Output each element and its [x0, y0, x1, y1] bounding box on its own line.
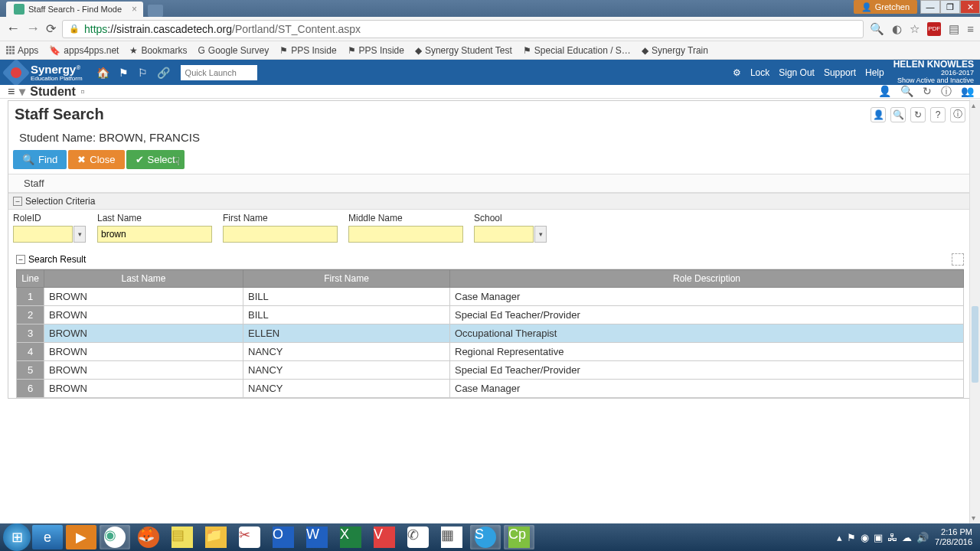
- help-icon[interactable]: ?: [930, 107, 946, 122]
- bookmark-item[interactable]: ⚑ Special Education / S…: [523, 45, 631, 56]
- middlename-input[interactable]: [348, 226, 463, 243]
- breadcrumb-more-icon[interactable]: ▫: [80, 85, 85, 99]
- scroll-thumb[interactable]: [972, 306, 978, 383]
- taskbar-chrome-icon[interactable]: ◉: [100, 525, 130, 549]
- result-section-header[interactable]: – Search Result: [16, 250, 964, 269]
- menu-toggle-icon[interactable]: ≡: [8, 85, 15, 99]
- table-row[interactable]: 3BROWNELLENOccupational Therapist: [17, 324, 964, 343]
- bookmark-item[interactable]: ⚑ PPS Inside: [279, 45, 336, 56]
- taskbar-mediaplayer-icon[interactable]: ▶: [66, 525, 96, 549]
- table-row[interactable]: 4BROWNNANCYRegional Representative: [17, 343, 964, 361]
- extension-icon[interactable]: ▤: [949, 22, 959, 36]
- tray-volume-icon[interactable]: 🔊: [916, 532, 929, 543]
- tray-network-icon[interactable]: 🖧: [887, 532, 897, 543]
- table-row[interactable]: 2BROWNBILLSpecial Ed Teacher/Provider: [17, 306, 964, 324]
- search-icon[interactable]: 🔍: [900, 85, 913, 99]
- signout-link[interactable]: Sign Out: [779, 67, 815, 78]
- info-icon[interactable]: ⓘ: [950, 107, 965, 122]
- tab-staff[interactable]: Staff: [24, 178, 44, 189]
- bookmark-item[interactable]: 🔖 apps4pps.net: [49, 45, 119, 56]
- refresh-icon[interactable]: ↻: [923, 85, 932, 99]
- taskbar-vivaldi-icon[interactable]: V: [369, 525, 400, 549]
- user-icon[interactable]: 👥: [961, 85, 974, 99]
- taskbar-outlook-icon[interactable]: O: [268, 525, 299, 549]
- chevron-down-icon[interactable]: ▾: [19, 85, 25, 99]
- window-close-button[interactable]: ✕: [960, 0, 980, 14]
- taskbar-calc-icon[interactable]: ▦: [436, 525, 467, 549]
- translate-icon[interactable]: ◐: [892, 22, 902, 36]
- address-bar[interactable]: 🔒 https://sistrain.cascadetech.org/Portl…: [62, 20, 864, 38]
- pin-icon[interactable]: ⚐: [138, 67, 148, 79]
- taskbar-explorer-icon[interactable]: 📁: [201, 525, 231, 549]
- roleid-combo[interactable]: ▾: [13, 226, 73, 243]
- window-minimize-button[interactable]: —: [920, 0, 940, 14]
- taskbar-captivate-icon[interactable]: Cp: [504, 525, 534, 549]
- select-button[interactable]: ✔Select ☟: [126, 150, 185, 169]
- tray-shield-icon[interactable]: ◉: [861, 532, 869, 543]
- criteria-section-header[interactable]: – Selection Criteria: [8, 193, 972, 210]
- window-maximize-button[interactable]: ❐: [940, 0, 960, 14]
- table-row[interactable]: 1BROWNBILLCase Manager: [17, 288, 964, 306]
- tray-flag-icon[interactable]: ⚑: [847, 532, 856, 543]
- taskbar-word-icon[interactable]: W: [302, 525, 332, 549]
- home-icon[interactable]: 🏠: [96, 67, 109, 79]
- col-lastname[interactable]: Last Name: [44, 270, 243, 288]
- taskbar-ie-icon[interactable]: e: [32, 525, 63, 549]
- close-button[interactable]: ✖Close: [68, 150, 124, 169]
- bookmark-item[interactable]: ⚑ PPS Inside: [348, 45, 404, 56]
- table-row[interactable]: 6BROWNNANCYCase Manager: [17, 380, 964, 398]
- bookmark-item[interactable]: ◆ Synergy Student Test: [415, 45, 512, 56]
- apps-shortcut[interactable]: Apps: [6, 45, 38, 56]
- bookmark-item[interactable]: G Google Survey: [198, 45, 269, 56]
- person-icon[interactable]: 👤: [878, 85, 891, 99]
- taskbar-excel-icon[interactable]: X: [335, 525, 366, 549]
- bookmark-item[interactable]: ◆ Synergy Train: [642, 45, 708, 56]
- flag-icon[interactable]: ⚑: [119, 67, 129, 79]
- table-row[interactable]: 5BROWNNANCYSpecial Ed Teacher/Provider: [17, 361, 964, 380]
- support-link[interactable]: Support: [824, 67, 856, 78]
- bookmark-star-icon[interactable]: ☆: [910, 22, 920, 36]
- taskbar-skype-icon[interactable]: S: [470, 525, 501, 549]
- chrome-profile-badge[interactable]: 👤 Gretchen: [854, 0, 917, 14]
- person-icon[interactable]: 👤: [871, 107, 886, 122]
- info-icon[interactable]: ⓘ: [941, 85, 952, 99]
- dropdown-icon[interactable]: ▾: [534, 226, 547, 243]
- col-role[interactable]: Role Description: [450, 270, 964, 288]
- school-combo[interactable]: ▾: [474, 226, 534, 243]
- tray-onedrive-icon[interactable]: ☁: [902, 532, 912, 543]
- tray-app-icon[interactable]: ▣: [874, 532, 883, 543]
- lock-link[interactable]: Lock: [750, 67, 769, 78]
- breadcrumb-student[interactable]: Student: [30, 85, 76, 99]
- tab-close-icon[interactable]: ×: [132, 4, 137, 15]
- firstname-input[interactable]: [223, 226, 338, 243]
- help-link[interactable]: Help: [865, 67, 884, 78]
- col-firstname[interactable]: First Name: [243, 270, 450, 288]
- dropdown-icon[interactable]: ▾: [74, 226, 86, 243]
- find-button[interactable]: 🔍Find: [13, 150, 67, 169]
- browser-tab[interactable]: Staff Search - Find Mode ×: [6, 2, 143, 17]
- bookmark-item[interactable]: ★ Bookmarks: [129, 45, 187, 56]
- start-button[interactable]: ⊞: [3, 523, 31, 551]
- taskbar-stickynotes-icon[interactable]: ▤: [167, 525, 198, 549]
- lastname-input[interactable]: [97, 226, 212, 243]
- taskbar-clock[interactable]: 2:16 PM 7/28/2016: [935, 527, 972, 547]
- zoom-icon[interactable]: 🔍: [870, 22, 884, 36]
- collapse-icon[interactable]: –: [13, 197, 22, 206]
- chrome-menu-icon[interactable]: ≡: [967, 22, 974, 35]
- vertical-scrollbar[interactable]: [969, 99, 980, 523]
- refresh-icon[interactable]: ↻: [910, 107, 926, 122]
- taskbar-phone-icon[interactable]: ✆: [403, 525, 433, 549]
- taskbar-firefox-icon[interactable]: 🦊: [133, 525, 164, 549]
- taskbar-snip-icon[interactable]: ✂: [234, 525, 265, 549]
- quick-launch-input[interactable]: [181, 65, 257, 80]
- gear-icon[interactable]: ⚙: [733, 67, 741, 78]
- tray-up-icon[interactable]: ▴: [837, 532, 842, 543]
- pdf-extension-icon[interactable]: PDF: [927, 22, 941, 36]
- collapse-icon[interactable]: –: [16, 255, 25, 264]
- link-icon[interactable]: 🔗: [157, 67, 170, 79]
- search-icon[interactable]: 🔍: [890, 107, 906, 122]
- reload-button[interactable]: ⟳: [46, 21, 56, 36]
- col-line[interactable]: Line: [17, 270, 44, 288]
- back-button[interactable]: ←: [6, 21, 20, 37]
- expand-icon[interactable]: [952, 253, 964, 266]
